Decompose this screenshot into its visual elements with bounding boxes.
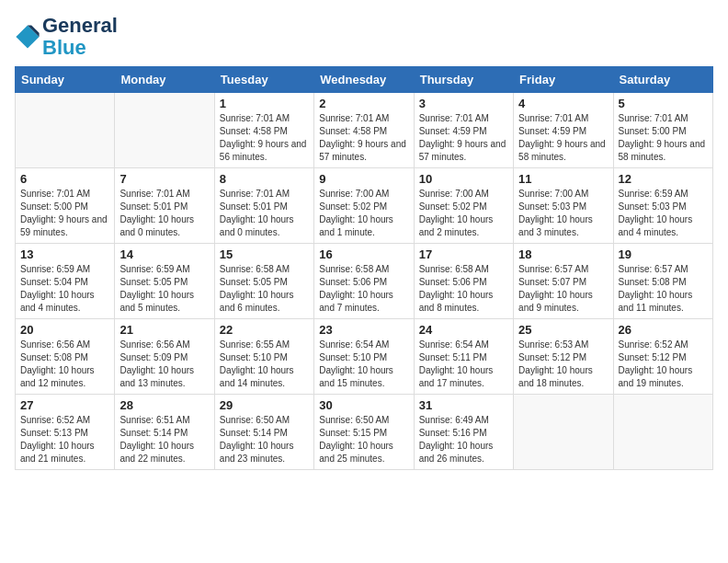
day-number: 19 (619, 247, 708, 261)
calendar-cell: 27Sunrise: 6:52 AM Sunset: 5:13 PM Dayli… (16, 395, 115, 470)
day-info: Sunrise: 6:54 AM Sunset: 5:11 PM Dayligh… (419, 339, 508, 390)
calendar-cell (115, 93, 214, 168)
calendar-cell (16, 93, 115, 168)
week-row-5: 27Sunrise: 6:52 AM Sunset: 5:13 PM Dayli… (16, 395, 713, 470)
day-info: Sunrise: 6:54 AM Sunset: 5:10 PM Dayligh… (319, 339, 408, 390)
calendar-cell: 28Sunrise: 6:51 AM Sunset: 5:14 PM Dayli… (115, 395, 214, 470)
calendar-cell: 22Sunrise: 6:55 AM Sunset: 5:10 PM Dayli… (214, 319, 313, 395)
header-row: SundayMondayTuesdayWednesdayThursdayFrid… (16, 67, 713, 93)
day-info: Sunrise: 7:00 AM Sunset: 5:02 PM Dayligh… (419, 188, 508, 239)
day-info: Sunrise: 6:56 AM Sunset: 5:08 PM Dayligh… (20, 339, 109, 390)
week-row-1: 1Sunrise: 7:01 AM Sunset: 4:58 PM Daylig… (16, 93, 713, 168)
day-info: Sunrise: 6:59 AM Sunset: 5:04 PM Dayligh… (20, 263, 109, 315)
calendar-cell: 15Sunrise: 6:58 AM Sunset: 5:05 PM Dayli… (214, 244, 313, 319)
day-number: 10 (419, 172, 508, 186)
day-info: Sunrise: 6:51 AM Sunset: 5:14 PM Dayligh… (119, 414, 209, 465)
day-info: Sunrise: 7:01 AM Sunset: 5:00 PM Dayligh… (619, 112, 708, 164)
svg-marker-0 (16, 26, 39, 49)
day-number: 24 (419, 323, 508, 337)
day-header-sunday: Sunday (16, 67, 115, 93)
calendar-cell: 29Sunrise: 6:50 AM Sunset: 5:14 PM Dayli… (214, 395, 313, 470)
day-info: Sunrise: 6:49 AM Sunset: 5:16 PM Dayligh… (419, 414, 508, 465)
day-number: 26 (619, 323, 708, 337)
day-number: 4 (518, 97, 608, 110)
day-number: 6 (20, 172, 109, 186)
calendar-cell: 19Sunrise: 6:57 AM Sunset: 5:08 PM Dayli… (613, 244, 712, 319)
calendar-cell: 13Sunrise: 6:59 AM Sunset: 5:04 PM Dayli… (16, 244, 115, 319)
calendar-cell: 30Sunrise: 6:50 AM Sunset: 5:15 PM Dayli… (314, 395, 414, 470)
day-info: Sunrise: 7:01 AM Sunset: 5:01 PM Dayligh… (220, 188, 309, 239)
day-number: 21 (119, 323, 209, 337)
calendar-cell: 5Sunrise: 7:01 AM Sunset: 5:00 PM Daylig… (613, 93, 712, 168)
calendar-cell: 11Sunrise: 7:00 AM Sunset: 5:03 PM Dayli… (514, 168, 613, 244)
day-number: 1 (220, 97, 309, 110)
day-number: 9 (319, 172, 408, 186)
day-number: 22 (220, 323, 309, 337)
calendar-cell: 31Sunrise: 6:49 AM Sunset: 5:16 PM Dayli… (414, 395, 513, 470)
day-info: Sunrise: 6:53 AM Sunset: 5:12 PM Dayligh… (518, 339, 608, 390)
day-number: 25 (518, 323, 608, 337)
day-header-wednesday: Wednesday (314, 67, 414, 93)
week-row-4: 20Sunrise: 6:56 AM Sunset: 5:08 PM Dayli… (16, 319, 713, 395)
calendar-table: SundayMondayTuesdayWednesdayThursdayFrid… (15, 66, 713, 470)
calendar-cell: 20Sunrise: 6:56 AM Sunset: 5:08 PM Dayli… (16, 319, 115, 395)
day-number: 11 (518, 172, 608, 186)
day-info: Sunrise: 7:00 AM Sunset: 5:02 PM Dayligh… (319, 188, 408, 239)
calendar-cell: 2Sunrise: 7:01 AM Sunset: 4:58 PM Daylig… (314, 93, 414, 168)
day-info: Sunrise: 7:01 AM Sunset: 5:01 PM Dayligh… (119, 188, 209, 239)
calendar-cell: 18Sunrise: 6:57 AM Sunset: 5:07 PM Dayli… (514, 244, 613, 319)
day-info: Sunrise: 6:56 AM Sunset: 5:09 PM Dayligh… (119, 339, 209, 390)
calendar-cell (514, 395, 613, 470)
calendar-cell: 16Sunrise: 6:58 AM Sunset: 5:06 PM Dayli… (314, 244, 414, 319)
day-number: 23 (319, 323, 408, 337)
day-info: Sunrise: 6:58 AM Sunset: 5:06 PM Dayligh… (319, 263, 408, 315)
day-number: 28 (119, 398, 209, 412)
calendar-cell: 6Sunrise: 7:01 AM Sunset: 5:00 PM Daylig… (16, 168, 115, 244)
day-info: Sunrise: 6:59 AM Sunset: 5:03 PM Dayligh… (619, 188, 708, 239)
calendar-cell: 12Sunrise: 6:59 AM Sunset: 5:03 PM Dayli… (613, 168, 712, 244)
day-number: 18 (518, 247, 608, 261)
day-number: 13 (20, 247, 109, 261)
day-info: Sunrise: 7:01 AM Sunset: 4:59 PM Dayligh… (419, 112, 508, 164)
day-number: 27 (20, 398, 109, 412)
day-number: 14 (119, 247, 209, 261)
day-info: Sunrise: 6:59 AM Sunset: 5:05 PM Dayligh… (119, 263, 209, 315)
day-header-monday: Monday (115, 67, 214, 93)
calendar-cell: 7Sunrise: 7:01 AM Sunset: 5:01 PM Daylig… (115, 168, 214, 244)
day-info: Sunrise: 6:55 AM Sunset: 5:10 PM Dayligh… (220, 339, 309, 390)
day-number: 20 (20, 323, 109, 337)
day-number: 16 (319, 247, 408, 261)
day-number: 7 (119, 172, 209, 186)
calendar-cell: 10Sunrise: 7:00 AM Sunset: 5:02 PM Dayli… (414, 168, 513, 244)
day-info: Sunrise: 6:57 AM Sunset: 5:08 PM Dayligh… (619, 263, 708, 315)
calendar-cell: 1Sunrise: 7:01 AM Sunset: 4:58 PM Daylig… (214, 93, 313, 168)
day-number: 17 (419, 247, 508, 261)
day-header-tuesday: Tuesday (214, 67, 313, 93)
day-info: Sunrise: 7:01 AM Sunset: 5:00 PM Dayligh… (20, 188, 109, 239)
day-info: Sunrise: 7:01 AM Sunset: 4:58 PM Dayligh… (220, 112, 309, 164)
day-info: Sunrise: 6:58 AM Sunset: 5:06 PM Dayligh… (419, 263, 508, 315)
calendar-cell: 4Sunrise: 7:01 AM Sunset: 4:59 PM Daylig… (514, 93, 613, 168)
day-number: 8 (220, 172, 309, 186)
day-info: Sunrise: 6:52 AM Sunset: 5:13 PM Dayligh… (20, 414, 109, 465)
day-info: Sunrise: 6:50 AM Sunset: 5:15 PM Dayligh… (319, 414, 408, 465)
day-info: Sunrise: 6:52 AM Sunset: 5:12 PM Dayligh… (619, 339, 708, 390)
calendar-cell: 24Sunrise: 6:54 AM Sunset: 5:11 PM Dayli… (414, 319, 513, 395)
day-info: Sunrise: 7:00 AM Sunset: 5:03 PM Dayligh… (518, 188, 608, 239)
day-number: 5 (619, 97, 708, 110)
day-header-friday: Friday (514, 67, 613, 93)
calendar-cell: 26Sunrise: 6:52 AM Sunset: 5:12 PM Dayli… (613, 319, 712, 395)
calendar-cell: 17Sunrise: 6:58 AM Sunset: 5:06 PM Dayli… (414, 244, 513, 319)
calendar-cell: 3Sunrise: 7:01 AM Sunset: 4:59 PM Daylig… (414, 93, 513, 168)
day-info: Sunrise: 7:01 AM Sunset: 4:59 PM Dayligh… (518, 112, 608, 164)
day-number: 15 (220, 247, 309, 261)
calendar-cell (613, 395, 712, 470)
day-info: Sunrise: 7:01 AM Sunset: 4:58 PM Dayligh… (319, 112, 408, 164)
day-header-thursday: Thursday (414, 67, 513, 93)
logo-text: GeneralBlue (42, 15, 118, 59)
calendar-cell: 21Sunrise: 6:56 AM Sunset: 5:09 PM Dayli… (115, 319, 214, 395)
calendar-cell: 25Sunrise: 6:53 AM Sunset: 5:12 PM Dayli… (514, 319, 613, 395)
week-row-3: 13Sunrise: 6:59 AM Sunset: 5:04 PM Dayli… (16, 244, 713, 319)
day-number: 2 (319, 97, 408, 110)
day-number: 29 (220, 398, 309, 412)
